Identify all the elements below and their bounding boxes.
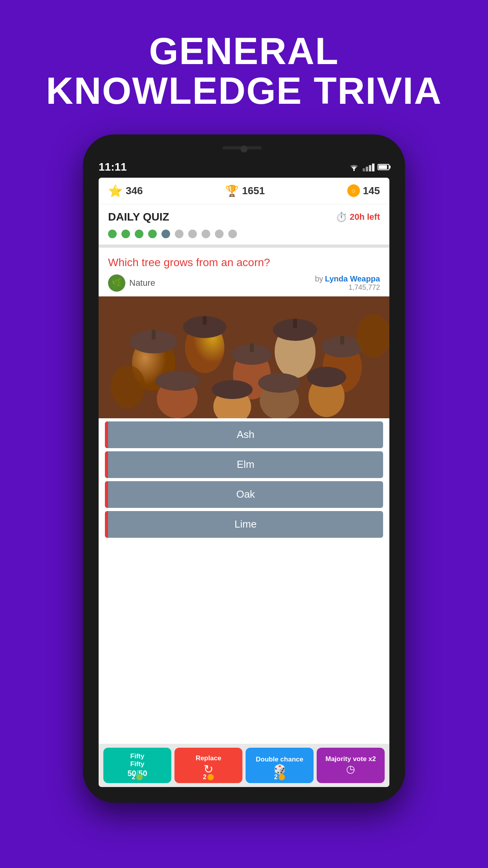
category-name: Nature <box>129 278 155 288</box>
svg-rect-7 <box>203 316 207 325</box>
svg-point-20 <box>212 380 253 399</box>
replace-cost-value: 2 <box>203 774 207 781</box>
status-icons <box>349 163 389 171</box>
question-image <box>99 296 389 418</box>
svg-rect-4 <box>152 330 156 340</box>
svg-point-0 <box>353 169 355 171</box>
replace-button[interactable]: Replace ↻ 2 <box>174 748 242 783</box>
dot-2 <box>121 230 130 238</box>
coin-value: 145 <box>363 185 380 197</box>
double-chance-label: Double chance <box>256 756 303 763</box>
fifty-fifty-coin <box>136 774 143 780</box>
app-title: GENERAL KNOWLEDGE TRIVIA <box>46 31 442 111</box>
author-name: Lynda Weappa <box>325 274 380 283</box>
title-line2: KNOWLEDGE TRIVIA <box>46 71 442 111</box>
dot-9 <box>215 230 224 238</box>
timer-icon: ⏱️ <box>336 211 347 223</box>
svg-point-25 <box>111 365 145 408</box>
dot-1 <box>108 230 117 238</box>
fifty-fifty-cost-value: 2 <box>132 774 136 781</box>
answer-option-c[interactable]: Oak <box>105 481 383 508</box>
majority-vote-button[interactable]: Majority vote x2 ◷ <box>317 748 385 783</box>
replace-cost: 2 <box>203 774 214 781</box>
answer-area-c: Oak <box>108 481 383 508</box>
dot-8 <box>202 230 210 238</box>
star-icon: ⭐ <box>108 184 123 198</box>
dot-5 <box>161 230 170 238</box>
answer-text-c: Oak <box>236 488 255 500</box>
fifty-fifty-cost: 2 <box>132 774 143 781</box>
progress-dots <box>99 226 389 245</box>
answer-text-b: Elm <box>237 458 255 471</box>
answer-text-a: Ash <box>237 428 255 441</box>
replace-label: Replace <box>196 754 221 762</box>
phone-screen: ⭐ 346 🏆 1651 ○ 145 DAILY QUIZ ⏱️ 20h lef… <box>99 178 389 787</box>
majority-vote-label: Majority vote x2 <box>325 755 376 763</box>
author-plays: 1,745,772 <box>315 283 380 292</box>
acorn-image <box>99 296 389 418</box>
svg-point-24 <box>307 367 346 387</box>
answer-area-b: Elm <box>108 451 383 478</box>
fifty-fifty-label: FiftyFifty <box>130 752 145 769</box>
dot-10 <box>228 230 237 238</box>
dot-4 <box>148 230 157 238</box>
double-chance-cost-value: 2 <box>274 774 278 781</box>
category-icon: 🌿 <box>108 274 125 292</box>
answer-bar-b <box>105 451 108 478</box>
title-line1: GENERAL <box>46 31 442 71</box>
svg-point-26 <box>356 314 389 357</box>
question-meta: 🌿 Nature by Lynda Weappa 1,745,772 <box>108 274 380 292</box>
stats-bar: ⭐ 346 🏆 1651 ○ 145 <box>99 178 389 204</box>
star-value: 346 <box>126 185 143 197</box>
answer-option-a[interactable]: Ash <box>105 421 383 448</box>
phone-mockup: 11:11 ⭐ <box>83 134 405 803</box>
svg-point-18 <box>155 371 199 391</box>
author-info: by Lynda Weappa 1,745,772 <box>315 274 380 292</box>
replace-coin <box>207 774 214 780</box>
dot-7 <box>188 230 197 238</box>
wifi-icon <box>349 163 360 171</box>
daily-quiz-header: DAILY QUIZ ⏱️ 20h left <box>99 204 389 226</box>
author-prefix: by <box>315 274 323 283</box>
dot-3 <box>135 230 143 238</box>
coin-stat: ○ 145 <box>347 184 380 197</box>
section-divider <box>99 245 389 248</box>
answer-bar-d <box>105 511 108 538</box>
trophy-icon: 🏆 <box>225 184 239 197</box>
author-line: by Lynda Weappa <box>315 274 380 283</box>
answer-bar-a <box>105 421 108 448</box>
svg-rect-16 <box>340 336 344 344</box>
answer-area-a: Ash <box>108 421 383 448</box>
powerups-bar: FiftyFifty 50/50 2 Replace ↻ 2 Double ch… <box>99 744 389 787</box>
answer-option-b[interactable]: Elm <box>105 451 383 478</box>
phone-camera <box>240 145 248 153</box>
trophy-value: 1651 <box>242 185 265 197</box>
answer-text-d: Lime <box>235 518 257 530</box>
double-chance-cost: 2 <box>274 774 285 781</box>
category-badge: 🌿 Nature <box>108 274 155 292</box>
svg-rect-10 <box>250 344 254 352</box>
answers-section: Ash Elm Oak Lime <box>99 418 389 744</box>
signal-icon <box>363 163 374 171</box>
majority-vote-icon: ◷ <box>346 763 355 775</box>
svg-point-22 <box>258 373 301 393</box>
trophy-stat: 🏆 1651 <box>225 184 265 197</box>
timer-badge: ⏱️ 20h left <box>336 211 380 223</box>
dot-6 <box>175 230 183 238</box>
question-text: Which tree grows from an acorn? <box>108 256 380 270</box>
status-time: 11:11 <box>99 161 127 173</box>
fifty-fifty-button[interactable]: FiftyFifty 50/50 2 <box>103 748 171 783</box>
timer-text: 20h left <box>350 212 380 222</box>
double-chance-coin <box>279 774 285 780</box>
double-chance-icon: 🎲 <box>274 764 286 775</box>
status-bar: 11:11 <box>99 157 389 177</box>
answer-option-d[interactable]: Lime <box>105 511 383 538</box>
daily-quiz-title: DAILY QUIZ <box>108 211 169 223</box>
double-chance-button[interactable]: Double chance 🎲 2 <box>246 748 314 783</box>
coin-icon: ○ <box>347 184 360 197</box>
question-section: Which tree grows from an acorn? 🌿 Nature… <box>99 248 389 296</box>
answer-bar-c <box>105 481 108 508</box>
svg-rect-13 <box>293 319 297 328</box>
answer-area-d: Lime <box>108 511 383 538</box>
star-stat: ⭐ 346 <box>108 184 143 198</box>
